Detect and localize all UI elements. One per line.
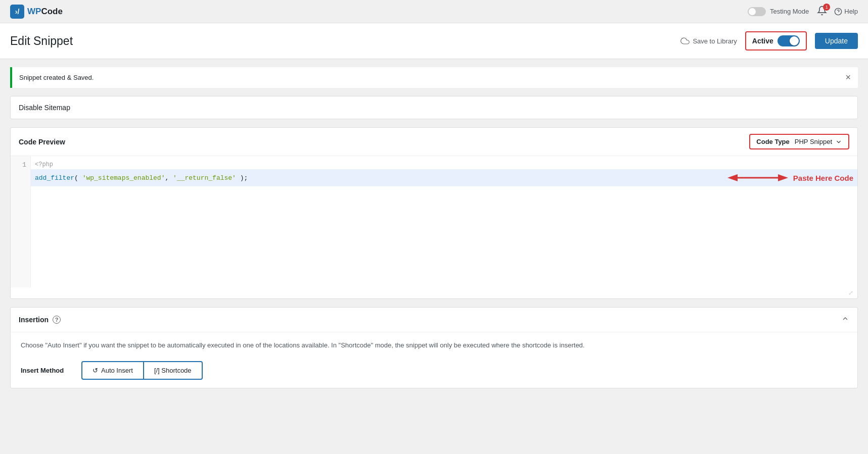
insertion-title-text: Insertion bbox=[19, 316, 49, 324]
svg-marker-3 bbox=[727, 174, 738, 181]
admin-bar-left: ›/ WPCode bbox=[10, 5, 63, 19]
auto-insert-label: Auto Insert bbox=[101, 367, 133, 374]
code-area[interactable]: <?php add_filter( 'wp_sitemaps_enabled',… bbox=[31, 156, 857, 287]
paste-here-arrow bbox=[727, 170, 788, 185]
insertion-collapse-icon[interactable] bbox=[841, 315, 849, 325]
code-line-1: add_filter( 'wp_sitemaps_enabled', '__re… bbox=[31, 169, 857, 186]
code-editor[interactable]: 1 <?php add_filter( 'wp_sitemaps_enabled… bbox=[11, 156, 857, 287]
snippet-name-section: Disable Sitemap bbox=[10, 96, 858, 119]
auto-insert-icon: ↺ bbox=[93, 367, 98, 374]
svg-marker-4 bbox=[778, 174, 788, 181]
code-type-label: Code Type bbox=[756, 138, 790, 145]
logo-icon: ›/ bbox=[10, 5, 24, 19]
notifications-icon[interactable]: 1 bbox=[817, 6, 827, 17]
auto-insert-button[interactable]: ↺ Auto Insert bbox=[81, 361, 144, 380]
help-label: Help bbox=[844, 8, 858, 15]
cloud-icon bbox=[680, 36, 690, 45]
active-toggle-area: Active bbox=[745, 31, 807, 51]
page-title: Edit Snippet bbox=[10, 34, 73, 48]
logo-wp: WPCode bbox=[27, 7, 63, 17]
testing-mode-area: Testing Mode bbox=[748, 7, 809, 16]
insert-method-label: Insert Method bbox=[21, 367, 71, 374]
code-line-1-content: add_filter( 'wp_sitemaps_enabled', '__re… bbox=[35, 174, 248, 182]
resize-handle[interactable]: ⤢ bbox=[11, 287, 857, 298]
admin-bar-icons: 1 Help bbox=[817, 6, 858, 17]
shortcode-label: [/] Shortcode bbox=[154, 367, 192, 374]
code-function-name: add_filter bbox=[35, 174, 74, 182]
method-buttons: ↺ Auto Insert [/] Shortcode bbox=[81, 361, 203, 380]
page-header: Edit Snippet Save to Library Active Upda… bbox=[0, 23, 868, 59]
insertion-body: Choose "Auto Insert" if you want the sni… bbox=[11, 332, 857, 388]
insertion-help-icon[interactable]: ? bbox=[53, 316, 61, 324]
paste-here-text: Paste Here Code bbox=[793, 174, 853, 182]
code-section: Code Preview Code Type PHP Snippet 1 <?p… bbox=[10, 127, 858, 299]
code-comment: <?php bbox=[31, 161, 857, 168]
main-content: Snippet created & Saved. × Disable Sitem… bbox=[0, 59, 868, 405]
code-type-dropdown[interactable]: PHP Snippet bbox=[795, 138, 842, 145]
notification-badge: 1 bbox=[823, 4, 830, 11]
insert-method-row: Insert Method ↺ Auto Insert [/] Shortcod… bbox=[21, 361, 847, 380]
save-to-library-button[interactable]: Save to Library bbox=[680, 36, 737, 45]
insertion-section: Insertion ? Choose "Auto Insert" if you … bbox=[10, 307, 858, 388]
testing-mode-label: Testing Mode bbox=[770, 8, 809, 15]
insertion-header[interactable]: Insertion ? bbox=[11, 308, 857, 332]
annotation-area: Paste Here Code bbox=[727, 170, 853, 185]
code-type-value: PHP Snippet bbox=[795, 138, 832, 145]
line-number-1: 1 bbox=[15, 161, 26, 169]
help-button[interactable]: Help bbox=[834, 8, 858, 16]
code-section-header: Code Preview Code Type PHP Snippet bbox=[11, 128, 857, 156]
notice-close-button[interactable]: × bbox=[845, 72, 851, 83]
code-string-2: '__return_false' bbox=[173, 174, 236, 182]
wpcode-logo[interactable]: ›/ WPCode bbox=[10, 5, 63, 19]
admin-bar: ›/ WPCode Testing Mode 1 Help bbox=[0, 0, 868, 23]
active-toggle[interactable] bbox=[778, 35, 800, 46]
line-numbers: 1 bbox=[11, 156, 31, 287]
insertion-description: Choose "Auto Insert" if you want the sni… bbox=[21, 340, 847, 351]
header-actions: Save to Library Active Update bbox=[680, 31, 858, 51]
code-preview-title: Code Preview bbox=[19, 138, 65, 146]
insertion-title: Insertion ? bbox=[19, 316, 61, 324]
testing-mode-toggle[interactable] bbox=[748, 7, 766, 16]
update-button[interactable]: Update bbox=[815, 33, 858, 49]
code-type-selector[interactable]: Code Type PHP Snippet bbox=[749, 134, 849, 149]
shortcode-button[interactable]: [/] Shortcode bbox=[144, 361, 203, 380]
notice-message: Snippet created & Saved. bbox=[19, 74, 94, 81]
code-string-1: 'wp_sitemaps_enabled' bbox=[82, 174, 165, 182]
success-notice: Snippet created & Saved. × bbox=[10, 67, 858, 88]
snippet-name: Disable Sitemap bbox=[19, 104, 70, 112]
save-to-library-label: Save to Library bbox=[693, 37, 737, 45]
dropdown-chevron-icon bbox=[835, 138, 842, 145]
active-label: Active bbox=[752, 37, 773, 45]
